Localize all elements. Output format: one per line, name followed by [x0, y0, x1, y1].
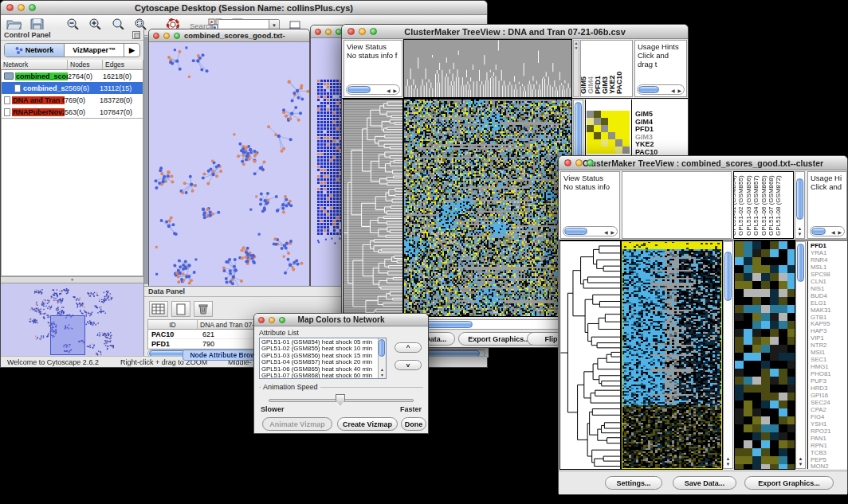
attribute-list-item[interactable]: GPL51-02 (GSM855) heat shock 10 min	[261, 346, 376, 352]
tv2-gene-label[interactable]: TCB3	[811, 449, 826, 456]
main-titlebar[interactable]: Cytoscape Desktop (Session Name: collins…	[1, 1, 487, 15]
tv1-gene-label[interactable]: PFD1	[635, 125, 654, 133]
save-data-button[interactable]: Save Data...	[673, 476, 736, 490]
network-row[interactable]: combined_scores_2764(0)16218(0)	[2, 70, 143, 82]
tv2-gene-label[interactable]: MAK31	[811, 307, 831, 314]
close-button[interactable]	[564, 159, 571, 166]
tv1-gene-label[interactable]: GIM3	[635, 133, 653, 141]
network-row[interactable]: combined_sco2569(6)13112(15)	[2, 82, 143, 94]
animate-vizmap-button[interactable]: Animate Vizmap	[262, 417, 332, 431]
vscroll-thumb[interactable]	[797, 244, 804, 282]
tv2-heatmap-vscrollbar[interactable]: ▲▼	[723, 241, 733, 469]
tv2-gene-label[interactable]: NIS1	[811, 285, 824, 292]
tv2-gene-label[interactable]: RNR4	[811, 256, 827, 264]
new-attribute-icon[interactable]	[171, 301, 190, 317]
close-button[interactable]	[6, 4, 14, 11]
tv1-column-dendrogram[interactable]	[404, 40, 571, 97]
minimize-button[interactable]	[325, 29, 332, 35]
attribute-list-item[interactable]: GPL51-03 (GSM856) heat shock 15 min	[261, 353, 376, 359]
attribute-table-icon[interactable]	[149, 301, 168, 317]
tv2-gene-label[interactable]: PUF3	[811, 377, 826, 385]
tv2-gene-label[interactable]: NTR2	[811, 342, 826, 349]
tv2-gene-label[interactable]: MON2	[811, 463, 829, 469]
tv2-gene-label[interactable]: PFD1	[811, 242, 826, 249]
tv2-gene-label[interactable]: FIG4	[811, 413, 824, 420]
slider-thumb[interactable]	[336, 394, 345, 405]
network1-titlebar[interactable]: combined_scores_good.txt--cluste...	[149, 29, 309, 42]
maximize-button[interactable]	[370, 28, 377, 35]
minimize-button[interactable]	[269, 317, 275, 323]
tv1-gene-label[interactable]: GIM4	[635, 118, 653, 126]
tv2-gene-label[interactable]: VIP1	[811, 334, 824, 342]
minimize-button[interactable]	[359, 28, 366, 35]
network-view-window-1[interactable]: combined_scores_good.txt--cluste...	[148, 29, 310, 287]
vscroll-thumb[interactable]	[379, 339, 385, 357]
tv1-divider-arrows[interactable]: ▲▼	[573, 40, 579, 97]
usage-hints-scrollbar[interactable]: ◀ ▶	[637, 84, 685, 95]
vscroll-thumb[interactable]	[796, 178, 803, 220]
tv2-gene-label[interactable]: YSH1	[811, 420, 826, 428]
tv2-gene-label[interactable]: SEC24	[811, 399, 830, 406]
tv2-gene-label[interactable]: BUD4	[811, 292, 827, 299]
tv2-gene-label[interactable]: HAP3	[811, 327, 826, 334]
tv2-gene-label[interactable]: PHO81	[811, 370, 831, 377]
usage-hints-scrollbar[interactable]: ◀ ▶	[810, 226, 845, 236]
float-panel-icon[interactable]	[132, 28, 140, 42]
tv2-gene-label[interactable]: YRA1	[811, 249, 826, 256]
treeview2-titlebar[interactable]: ClusterMaker TreeView : combined_scores_…	[559, 156, 847, 170]
attribute-listbox[interactable]: GPL51-01 (GSM854) heat shock 05 minGPL51…	[259, 338, 387, 379]
tv1-heatmap-canvas[interactable]	[404, 100, 571, 316]
tv2-gene-label[interactable]: GTB1	[811, 314, 826, 321]
view-status-scrollbar[interactable]: ◀ ▶	[563, 226, 618, 236]
delete-attribute-trash-icon[interactable]	[194, 301, 213, 317]
tv2-column-dendrogram-area[interactable]	[622, 171, 732, 239]
maximize-button[interactable]	[587, 159, 594, 166]
done-button[interactable]: Done	[401, 417, 426, 431]
tv2-gene-label[interactable]: RPO21	[811, 428, 831, 435]
network-row[interactable]: RNAPuberNov2+563(0)107847(0)	[2, 106, 143, 118]
close-button[interactable]	[315, 29, 321, 35]
col-id[interactable]: ID	[148, 320, 198, 330]
minimize-button[interactable]	[575, 159, 583, 166]
tv2-gene-label[interactable]: CLN1	[811, 278, 826, 285]
tv2-gene-label[interactable]: PAN1	[811, 435, 826, 442]
tv2-row-dendrogram[interactable]	[560, 241, 620, 469]
attribute-list-item[interactable]: GPL51-07 (GSM868) heat shock 60 min	[261, 373, 376, 379]
tv2-collabels-vscrollbar[interactable]: ▲▼	[795, 171, 805, 239]
tv2-zoom-vscrollbar[interactable]: ▲▼	[795, 241, 806, 469]
dialog-titlebar[interactable]: Map Colors to Network	[254, 314, 428, 326]
tab-network[interactable]: Network	[5, 44, 65, 57]
move-up-button[interactable]: ^	[395, 342, 422, 353]
attribute-list-item[interactable]: GPL51-06 (GSM865) heat shock 40 min	[261, 366, 376, 373]
maximize-button[interactable]	[29, 4, 36, 11]
tv2-gene-label[interactable]: RPN1	[811, 442, 827, 449]
tv2-gene-label[interactable]: MSI1	[811, 349, 825, 356]
settings-button[interactable]: Settings...	[605, 476, 662, 490]
export-graphics-button[interactable]: Export Graphics...	[744, 476, 834, 490]
col-network[interactable]: Network	[1, 60, 68, 70]
minimize-button[interactable]	[18, 4, 25, 11]
close-button[interactable]	[153, 33, 159, 39]
tv2-gene-label[interactable]: CPA2	[811, 406, 826, 413]
tv1-similarity-matrix[interactable]	[587, 111, 630, 154]
tv2-zoom-heatmap-canvas[interactable]	[735, 241, 795, 469]
tv1-gene-label[interactable]: GIM5	[635, 110, 653, 118]
maximize-button[interactable]	[279, 317, 285, 323]
tab-overflow-icon[interactable]: ▶	[124, 44, 139, 57]
col-nodes[interactable]: Nodes	[68, 60, 103, 70]
tv2-gene-label[interactable]: MSL1	[811, 264, 826, 271]
tv2-gene-label[interactable]: HRD3	[811, 385, 827, 392]
close-button[interactable]	[258, 317, 265, 323]
attribute-list-item[interactable]: GPL51-01 (GSM854) heat shock 05 min	[261, 339, 376, 346]
view-status-scrollbar[interactable]: ◀ ▶	[346, 84, 400, 95]
treeview1-titlebar[interactable]: ClusterMaker TreeView : DNA and Tran 07-…	[342, 25, 688, 39]
tv2-gene-label[interactable]: PEP5	[811, 456, 826, 463]
tv2-gene-label[interactable]: HMG1	[811, 363, 829, 370]
col-edges[interactable]: Edges	[103, 60, 143, 70]
tab-vizmapper[interactable]: VizMapper™	[65, 44, 124, 57]
create-vizmap-button[interactable]: Create Vizmap	[337, 417, 398, 431]
tv2-gene-label[interactable]: GPI16	[811, 392, 828, 399]
tv2-gene-label[interactable]: SEC1	[811, 356, 826, 363]
tv2-gene-label[interactable]: SPC98	[811, 271, 830, 278]
minimize-button[interactable]	[163, 33, 170, 39]
